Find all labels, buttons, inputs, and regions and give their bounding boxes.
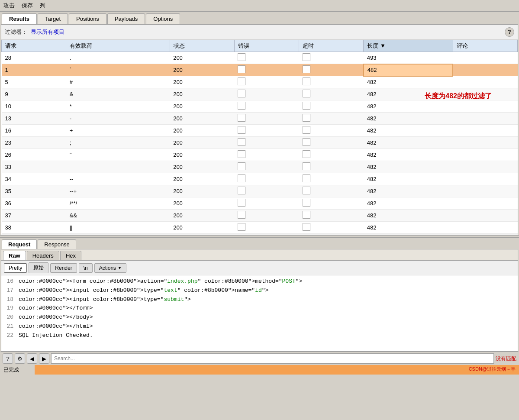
cell-timeout-checkbox[interactable] — [303, 150, 310, 158]
tab-results[interactable]: Results — [2, 13, 37, 24]
cell-timeout-checkbox[interactable] — [303, 53, 310, 61]
col-comment[interactable]: 评论 — [453, 40, 517, 52]
cell-payload — [66, 161, 170, 173]
filter-value[interactable]: 显示所有项目 — [31, 28, 505, 36]
cell-status: 200 — [170, 52, 234, 64]
back-button[interactable]: ◀ — [27, 353, 37, 364]
cell-error-checkbox[interactable] — [238, 223, 245, 231]
cell-timeout-checkbox[interactable] — [303, 65, 310, 73]
table-row[interactable]: 9&200482 — [2, 88, 518, 100]
cell-timeout-checkbox[interactable] — [303, 174, 310, 182]
cell-timeout-checkbox[interactable] — [303, 187, 310, 194]
cell-request-id: 16 — [2, 125, 66, 137]
cell-status: 200 — [170, 222, 234, 234]
cell-error-checkbox[interactable] — [238, 65, 245, 73]
cell-error-checkbox[interactable] — [238, 126, 245, 134]
cell-timeout-checkbox[interactable] — [303, 162, 310, 170]
cell-error-checkbox[interactable] — [238, 78, 245, 85]
cell-error-checkbox[interactable] — [238, 90, 245, 97]
tab-positions[interactable]: Positions — [69, 13, 106, 24]
cell-error-checkbox[interactable] — [238, 211, 245, 219]
menu-attack[interactable]: 攻击 — [3, 2, 15, 10]
cell-length: 482 — [364, 125, 453, 137]
cell-request-id: 13 — [2, 113, 66, 125]
search-input[interactable] — [51, 353, 494, 364]
line-number: 20 — [5, 313, 13, 322]
cell-timeout-checkbox[interactable] — [303, 78, 310, 85]
col-length[interactable]: 长度 ▼ — [364, 40, 453, 52]
col-payload[interactable]: 有效载荷 — [66, 40, 170, 52]
cell-error-checkbox[interactable] — [238, 162, 245, 170]
inner-tab-headers[interactable]: Headers — [27, 251, 59, 260]
cell-request-id: 37 — [2, 210, 66, 222]
cell-error-checkbox[interactable] — [238, 53, 245, 61]
col-status[interactable]: 状态 — [170, 40, 234, 52]
cell-error-checkbox[interactable] — [238, 114, 245, 122]
cell-comment — [453, 137, 517, 149]
tab-target[interactable]: Target — [38, 13, 68, 24]
sub-tab-response[interactable]: Response — [38, 239, 76, 249]
table-row[interactable]: 16+200482 — [2, 125, 518, 137]
cell-error-checkbox[interactable] — [238, 150, 245, 158]
status-bar: 已完成 CSDN@过往云烟～丰 — [0, 365, 519, 375]
tab-options[interactable]: Options — [146, 13, 180, 24]
newline-button[interactable]: \n — [79, 263, 93, 273]
cell-timeout-checkbox[interactable] — [303, 138, 310, 146]
filter-bar: 过滤器： 显示所有项目 ? — [1, 25, 518, 40]
pretty-button[interactable]: Pretty — [4, 263, 27, 273]
table-row[interactable]: 34--200482 — [2, 173, 518, 185]
cell-length: 482 — [364, 222, 453, 234]
cell-timeout-checkbox[interactable] — [303, 90, 310, 97]
table-row[interactable]: 26"200482 — [2, 149, 518, 161]
table-row[interactable]: 23;200482 — [2, 137, 518, 149]
table-row[interactable]: 1`200482 — [2, 64, 518, 76]
cell-length: 482 — [364, 88, 453, 100]
help-icon-btn[interactable]: ? — [3, 353, 13, 364]
cell-error-checkbox[interactable] — [238, 187, 245, 194]
table-row[interactable]: 36/**/200482 — [2, 197, 518, 210]
cell-error-checkbox[interactable] — [238, 174, 245, 182]
col-error[interactable]: 错误 — [234, 40, 299, 52]
cell-timeout-checkbox[interactable] — [303, 199, 310, 207]
cell-request-id: 10 — [2, 100, 66, 113]
table-row[interactable]: 35--+200482 — [2, 185, 518, 197]
col-request[interactable]: 请求 — [2, 40, 66, 52]
menu-save[interactable]: 保存 — [22, 2, 33, 10]
cell-length: 482 — [364, 64, 453, 76]
cell-timeout-checkbox[interactable] — [303, 114, 310, 122]
tab-payloads[interactable]: Payloads — [107, 13, 145, 24]
cell-timeout-checkbox[interactable] — [303, 223, 310, 231]
cell-timeout-checkbox[interactable] — [303, 102, 310, 110]
help-button[interactable]: ? — [505, 27, 514, 37]
cell-timeout-checkbox[interactable] — [303, 211, 310, 219]
cell-comment — [453, 113, 517, 125]
render-button[interactable]: Render — [50, 263, 77, 273]
col-timeout[interactable]: 超时 — [299, 40, 364, 52]
actions-button[interactable]: Actions — [94, 263, 126, 273]
inner-tab-raw[interactable]: Raw — [3, 251, 26, 260]
settings-icon-btn[interactable]: ⚙ — [15, 353, 25, 364]
cell-payload: and — [66, 234, 170, 235]
line-content: color:#0000cc"></html> — [19, 322, 93, 331]
cell-timeout-checkbox[interactable] — [303, 126, 310, 134]
table-row[interactable]: 10*200482 — [2, 100, 518, 113]
cell-length: 482 — [364, 76, 453, 88]
table-row[interactable]: 5#200482 — [2, 76, 518, 88]
table-row[interactable]: 41and200482 — [2, 234, 518, 235]
table-row[interactable]: 28.200493 — [2, 52, 518, 64]
cell-error-checkbox[interactable] — [238, 199, 245, 207]
menu-columns[interactable]: 列 — [40, 2, 45, 10]
original-button[interactable]: 原始 — [29, 262, 48, 273]
sub-tab-request[interactable]: Request — [2, 239, 37, 249]
cell-error-checkbox[interactable] — [238, 102, 245, 110]
cell-status: 200 — [170, 185, 234, 197]
inner-tab-hex[interactable]: Hex — [60, 251, 81, 260]
table-row[interactable]: 13-200482 — [2, 113, 518, 125]
cell-error-checkbox[interactable] — [238, 138, 245, 146]
forward-button[interactable]: ▶ — [39, 353, 49, 364]
cell-request-id: 1 — [2, 64, 66, 76]
line-number: 18 — [5, 295, 13, 304]
table-row[interactable]: 37&&200482 — [2, 210, 518, 222]
table-row[interactable]: 38||200482 — [2, 222, 518, 234]
table-row[interactable]: 33200482 — [2, 161, 518, 173]
